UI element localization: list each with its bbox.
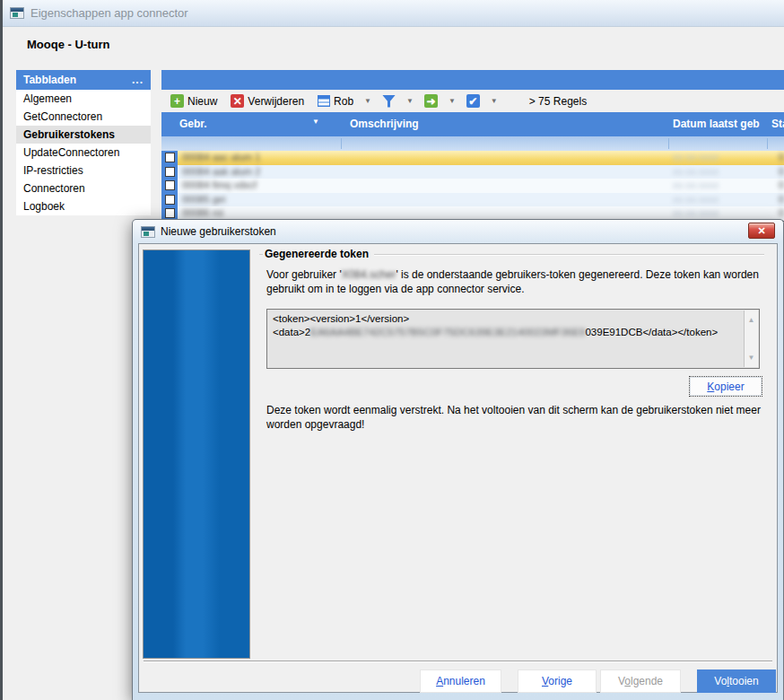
- delete-x-icon: ✕: [231, 94, 244, 108]
- column-header-omschrijving[interactable]: Omschrijving: [350, 118, 419, 130]
- delete-button[interactable]: ✕ Verwijderen: [226, 92, 309, 109]
- cell-datum-redacted: xx-xx-xxxx: [673, 151, 719, 164]
- checkmark-icon: ✔: [466, 94, 480, 108]
- table-row[interactable]: 00085 gei xx-xx-xxxx 0: [161, 193, 784, 207]
- sidebar-item-algemeen[interactable]: Algemeen: [16, 90, 151, 108]
- list-view-icon: [318, 95, 330, 107]
- export-button[interactable]: ➜: [420, 92, 442, 109]
- row-checkbox[interactable]: [165, 153, 175, 162]
- table-row[interactable]: 00084 aak alum 2 xx-xx-xxxx 0: [161, 165, 784, 179]
- export-chevron-down-icon[interactable]: ▼: [447, 97, 457, 105]
- username-redacted: X084.scher: [342, 268, 396, 281]
- cell-datum-redacted: xx-xx-xxxx: [673, 179, 719, 192]
- row-selector-gutter: [161, 179, 178, 193]
- cell-status-redacted: 0: [779, 179, 784, 192]
- app-window-icon: [10, 7, 24, 19]
- token-text-suffix: 039E91DCB</data></token>: [585, 327, 718, 337]
- sidebar-item-getconnectoren[interactable]: GetConnectoren: [16, 108, 151, 126]
- window-left-border: [0, 0, 3, 700]
- previous-button[interactable]: Vorige: [518, 669, 597, 693]
- table-row[interactable]: 00084 aac alum 1 xx-xx-xxxx 0: [161, 151, 784, 165]
- row-selector-gutter: [161, 165, 178, 179]
- cell-gebr-redacted: 00084 aak alum 2: [178, 165, 260, 179]
- intro-text: Voor gebruiker 'X084.scher' is de onders…: [266, 267, 762, 296]
- row-selector-gutter: [161, 151, 178, 165]
- row-checkbox[interactable]: [165, 167, 175, 177]
- filter-button[interactable]: [378, 93, 400, 109]
- column-header-datum[interactable]: Datum laatst geb: [673, 118, 760, 130]
- row-checkbox[interactable]: [165, 195, 175, 205]
- delete-button-label: Verwijderen: [248, 95, 304, 108]
- row-checkbox[interactable]: [165, 180, 175, 190]
- rob-chevron-down-icon[interactable]: ▼: [362, 97, 373, 105]
- column-divider: [341, 138, 342, 149]
- cell-gebr-redacted: 00084 fimq vdxcf: [178, 179, 257, 193]
- row-checkbox[interactable]: [165, 208, 175, 218]
- dialog-window-icon: [141, 226, 155, 238]
- new-button[interactable]: + Nieuw: [166, 92, 222, 109]
- arrow-right-icon: ➜: [424, 94, 438, 108]
- copy-button-label: opieer: [714, 381, 744, 393]
- column-header-status[interactable]: Sta: [771, 118, 784, 130]
- scrollbar[interactable]: ▲ ▼: [744, 311, 758, 367]
- column-divider: [668, 138, 669, 149]
- cell-status-redacted: 0: [779, 206, 784, 220]
- cancel-button[interactable]: Annuleren: [420, 669, 501, 693]
- panel-header-strip: [161, 70, 784, 90]
- dialog-separator: [144, 661, 772, 661]
- sidebar-item-connectoren[interactable]: Connectoren: [16, 179, 151, 197]
- plus-icon: +: [170, 94, 184, 108]
- select-button[interactable]: ✔: [462, 92, 484, 109]
- cell-gebr-redacted: 00084 aac alum 1: [178, 151, 260, 165]
- cell-datum-redacted: xx-xx-xxxx: [673, 206, 719, 220]
- filter-funnel-icon: [382, 95, 396, 108]
- cell-datum-redacted: xx-xx-xxxx: [673, 165, 719, 179]
- window-title: Eigenschappen app connector: [30, 6, 188, 20]
- sidebar-header: Tabbladen ...: [16, 70, 151, 90]
- groupbox-border: [374, 254, 764, 255]
- sidebar-item-gebruikerstokens[interactable]: Gebruikerstokens: [16, 126, 151, 144]
- wizard-side-panel: [143, 249, 250, 659]
- dialog-titlebar[interactable]: Nieuwe gebruikerstoken: [133, 220, 783, 243]
- token-textarea[interactable]: <token><version>1</version><data>2EA6AA4…: [266, 309, 760, 369]
- scroll-up-icon[interactable]: ▲: [748, 313, 755, 327]
- sidebar-tabs: Tabbladen ... Algemeen GetConnectoren Ge…: [16, 70, 151, 215]
- page-heading: Mooqe - U-turn: [27, 38, 109, 51]
- rob-label: Rob: [334, 95, 353, 108]
- column-divider: [767, 138, 768, 149]
- sidebar-item-updateconnectoren[interactable]: UpdateConnectoren: [16, 144, 151, 162]
- cell-status-redacted: 0: [779, 193, 784, 206]
- new-token-dialog: Nieuwe gebruikerstoken ✕ Gegenereerde to…: [132, 219, 784, 700]
- cell-datum-redacted: xx-xx-xxxx: [673, 193, 719, 206]
- rows-count-label: > 75 Regels: [529, 95, 587, 108]
- table-group-row: [161, 136, 784, 151]
- table-row[interactable]: 00084 fimq vdxcf xx-xx-xxxx 0: [161, 179, 784, 193]
- groupbox-border: [259, 254, 263, 255]
- next-button: Volgende: [600, 669, 681, 693]
- dialog-body: Gegenereerde token Voor gebruiker 'X084.…: [138, 243, 778, 693]
- token-redacted: EA6AA4BE742C5757B5C0F75DC639E3E2140023MF…: [310, 327, 585, 337]
- column-header-gebr[interactable]: Gebr.: [179, 118, 207, 130]
- scroll-down-icon[interactable]: ▼: [748, 351, 755, 364]
- cell-status-redacted: 0: [779, 151, 784, 164]
- copy-button[interactable]: Kopieer: [689, 376, 762, 397]
- select-chevron-down-icon[interactable]: ▼: [489, 97, 500, 105]
- new-button-label: Nieuw: [187, 95, 217, 108]
- dialog-close-button[interactable]: ✕: [748, 223, 775, 239]
- row-selector-gutter: [161, 193, 178, 207]
- dialog-title: Nieuwe gebruikerstoken: [161, 225, 276, 238]
- intro-text-before: Voor gebruiker ': [266, 268, 342, 281]
- content-panel: + Nieuw ✕ Verwijderen Rob ▼ ▼ ➜ ▼ ✔ ▼ > …: [161, 70, 784, 222]
- sort-indicator-icon[interactable]: ▼: [312, 118, 319, 126]
- sidebar-menu-button[interactable]: ...: [132, 74, 144, 86]
- window-titlebar: Eigenschappen app connector: [3, 0, 784, 27]
- cell-status-redacted: 0: [779, 165, 784, 179]
- one-time-warning-text: Deze token wordt eenmalig verstrekt. Na …: [266, 403, 765, 432]
- table-header: Gebr. ▼ Omschrijving Datum laatst geb St…: [161, 112, 784, 136]
- groupbox-title: Gegenereerde token: [265, 248, 369, 260]
- view-rob-dropdown[interactable]: Rob: [313, 93, 358, 109]
- sidebar-item-logboek[interactable]: Logboek: [16, 197, 151, 215]
- finish-button[interactable]: Voltooien: [697, 669, 776, 693]
- sidebar-item-ip-restricties[interactable]: IP-restricties: [16, 162, 151, 179]
- filter-chevron-down-icon[interactable]: ▼: [405, 97, 415, 105]
